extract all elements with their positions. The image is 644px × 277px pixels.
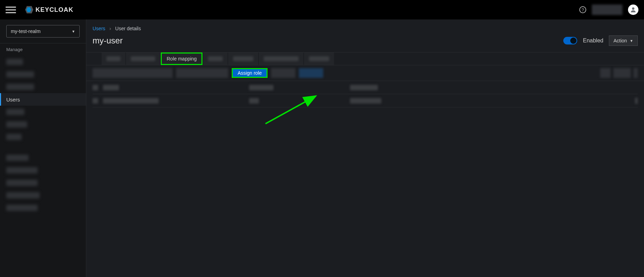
tab-redacted[interactable] [259, 52, 303, 65]
toolbar-redacted [613, 68, 631, 78]
sidebar-section-manage: Manage [0, 43, 86, 56]
avatar[interactable] [628, 5, 638, 15]
toolbar-redacted [93, 68, 173, 78]
chevron-right-icon: › [109, 26, 111, 31]
sidebar-item-label: Users [6, 97, 20, 103]
breadcrumb: Users › User details [86, 19, 644, 34]
tab-redacted[interactable] [102, 52, 125, 65]
main-content: Users › User details my-user Enabled Act… [86, 19, 644, 277]
sidebar-item-redacted[interactable] [0, 56, 86, 68]
keycloak-logo[interactable]: KEYCLOAK [24, 5, 73, 15]
realm-selector[interactable]: my-test-realm ▼ [6, 25, 80, 38]
keycloak-logo-icon [24, 5, 34, 15]
enabled-label: Enabled [583, 38, 603, 44]
caret-down-icon: ▼ [72, 30, 75, 33]
sidebar-item-redacted[interactable] [0, 118, 86, 131]
topbar-redacted [592, 5, 622, 15]
tab-redacted[interactable] [126, 52, 160, 65]
action-dropdown[interactable]: Action ▼ [609, 35, 638, 46]
caret-down-icon: ▼ [630, 39, 633, 43]
sidebar-item-redacted[interactable] [0, 177, 86, 189]
sidebar-item-redacted[interactable] [0, 131, 86, 143]
breadcrumb-current: User details [115, 26, 141, 31]
tab-label: Role mapping [167, 56, 197, 62]
tab-redacted[interactable] [228, 52, 258, 65]
toolbar-redacted [634, 68, 638, 78]
realm-selector-value: my-test-realm [11, 28, 41, 34]
svg-point-2 [632, 7, 635, 10]
keycloak-logo-text: KEYCLOAK [35, 6, 73, 14]
tab-role-mapping[interactable]: Role mapping [161, 52, 202, 65]
sidebar-item-redacted[interactable] [0, 81, 86, 93]
toolbar-redacted [299, 68, 323, 78]
assign-role-button[interactable]: Assign role [232, 68, 268, 78]
tabs: Role mapping [86, 52, 644, 65]
table-header-row [93, 81, 638, 94]
sidebar-item-redacted[interactable] [0, 189, 86, 202]
enabled-toggle[interactable] [563, 37, 577, 44]
help-icon[interactable]: ? [579, 6, 586, 13]
sidebar-item-redacted[interactable] [0, 106, 86, 118]
breadcrumb-users-link[interactable]: Users [93, 26, 105, 31]
sidebar-item-redacted[interactable] [0, 152, 86, 164]
page-title: my-user [93, 36, 123, 46]
top-bar: KEYCLOAK ? [0, 0, 644, 19]
tab-redacted[interactable] [304, 52, 334, 65]
toolbar-redacted [176, 68, 228, 78]
action-label: Action [613, 38, 627, 43]
sidebar: my-test-realm ▼ Manage Users [0, 19, 86, 277]
sidebar-item-redacted[interactable] [0, 202, 86, 214]
sidebar-item-users[interactable]: Users [0, 93, 86, 106]
roles-toolbar: Assign role [86, 65, 644, 81]
roles-table [86, 81, 644, 107]
toolbar-redacted [600, 68, 611, 78]
toolbar-redacted [271, 68, 295, 78]
sidebar-item-redacted[interactable] [0, 68, 86, 81]
sidebar-item-redacted[interactable] [0, 164, 86, 177]
assign-role-label: Assign role [238, 70, 262, 76]
hamburger-menu-icon[interactable] [6, 5, 16, 15]
table-row[interactable] [93, 94, 638, 107]
tab-redacted[interactable] [203, 52, 228, 65]
